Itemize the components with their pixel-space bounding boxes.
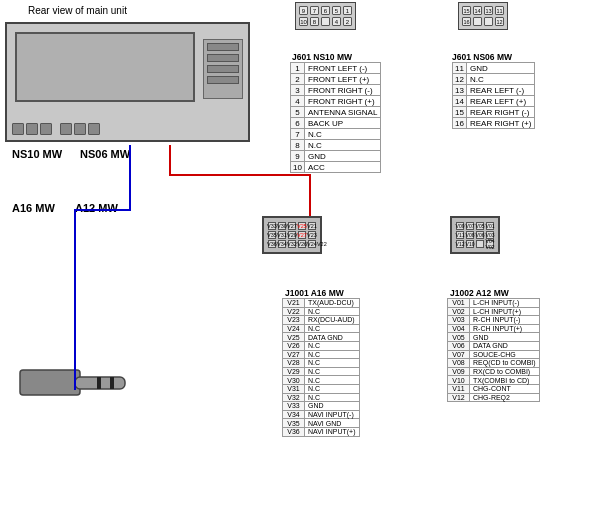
table-row: V25DATA GND	[283, 333, 360, 342]
table-row: V31N.C	[283, 384, 360, 393]
table-row: V28N.C	[283, 359, 360, 368]
ns10-connector-group	[12, 123, 52, 135]
table-row: V23RX(DCU-AUD)	[283, 316, 360, 325]
page-title: Rear view of main unit	[28, 5, 127, 16]
table-row: 14REAR LEFT (+)	[453, 96, 535, 107]
j1002-connector-body: V09 V07 V05 V01 V11 V08 V06 V03 V12 V10 …	[450, 216, 500, 254]
table-row: V30N.C	[283, 376, 360, 385]
bottom-pin	[60, 123, 72, 135]
ns06-connector-group	[60, 123, 100, 135]
table-row: V33GND	[283, 402, 360, 411]
table-row: V27N.C	[283, 350, 360, 359]
table-row: V26N.C	[283, 341, 360, 350]
table-row: 4FRONT RIGHT (+)	[291, 96, 381, 107]
bottom-pin	[74, 123, 86, 135]
j1001-table: V21TX(AUD-DCU)V22N.CV23RX(DCU-AUD)V24N.C…	[282, 298, 360, 437]
table-row: 12N.C	[453, 74, 535, 85]
j1002-title: J1002 A12 MW	[450, 288, 509, 298]
bottom-pin	[12, 123, 24, 135]
j601-ns10-connector-graphic: 9 7 6 5 1 10 8 4 2	[295, 2, 356, 30]
table-row: V22N.C	[283, 307, 360, 316]
table-row: V08REQ(CD to COMBI)	[448, 359, 540, 368]
a12-label: A12 MW	[75, 202, 118, 214]
ns10-label: NS10 MW	[12, 148, 62, 160]
table-row: V36NAVI INPUT(+)	[283, 427, 360, 436]
table-row: V29N.C	[283, 367, 360, 376]
conn-pin	[207, 65, 239, 73]
table-row: 8N.C	[291, 140, 381, 151]
conn-pin	[207, 76, 239, 84]
table-row: 3FRONT RIGHT (-)	[291, 85, 381, 96]
table-row: 7N.C	[291, 129, 381, 140]
table-row: 1FRONT LEFT (-)	[291, 63, 381, 74]
j601-ns10-table: 1FRONT LEFT (-)2FRONT LEFT (+)3FRONT RIG…	[290, 62, 381, 173]
audio-jack	[15, 355, 135, 412]
j601-ns10-title: J601 NS10 MW	[292, 52, 352, 62]
j1001-connector-body: V33 V30 V27 V25 V21 V35 V31 V29 V27 V23 …	[262, 216, 322, 254]
table-row: V35NAVI GND	[283, 419, 360, 428]
main-unit-right-connector	[203, 39, 243, 99]
table-row: 11GND	[453, 63, 535, 74]
conn-pin	[207, 43, 239, 51]
j601-ns06-title: J601 NS06 MW	[452, 52, 512, 62]
j601-ns06-connector-graphic: 15 14 13 11 16 12	[458, 2, 508, 30]
table-row: 16REAR RIGHT (+)	[453, 118, 535, 129]
table-row: V01L-CH INPUT(-)	[448, 299, 540, 308]
table-row: 15REAR RIGHT (-)	[453, 107, 535, 118]
table-row: V32N.C	[283, 393, 360, 402]
bottom-pin	[88, 123, 100, 135]
a16-label: A16 MW	[12, 202, 55, 214]
table-row: V07SOUCE-CHG	[448, 350, 540, 359]
table-row: V10TX(COMBI to CD)	[448, 376, 540, 385]
bottom-pin	[26, 123, 38, 135]
bottom-pin	[40, 123, 52, 135]
table-row: V06DATA GND	[448, 341, 540, 350]
table-row: V34NAVI INPUT(-)	[283, 410, 360, 419]
j601-ns06-table: 11GND12N.C13REAR LEFT (-)14REAR LEFT (+)…	[452, 62, 535, 129]
table-row: V24N.C	[283, 324, 360, 333]
conn-pin	[207, 54, 239, 62]
ns06-label: NS06 MW	[80, 148, 130, 160]
table-row: 5ANTENNA SIGNAL	[291, 107, 381, 118]
table-row: V12CHG-REQ2	[448, 393, 540, 402]
j1002-table: V01L-CH INPUT(-)V02L-CH INPUT(+)V03R-CH …	[447, 298, 540, 402]
table-row: V11CHG-CONT	[448, 384, 540, 393]
table-row: 10ACC	[291, 162, 381, 173]
table-row: V05GND	[448, 333, 540, 342]
table-row: 13REAR LEFT (-)	[453, 85, 535, 96]
table-row: 2FRONT LEFT (+)	[291, 74, 381, 85]
table-row: V02L-CH INPUT(+)	[448, 307, 540, 316]
svg-rect-0	[20, 370, 80, 395]
table-row: V21TX(AUD-DCU)	[283, 299, 360, 308]
table-row: V04R-CH INPUT(+)	[448, 324, 540, 333]
svg-rect-2	[97, 377, 101, 389]
main-unit-box	[5, 22, 250, 142]
main-container: Rear view of main unit NS10 MW NS06 MW	[0, 0, 600, 505]
table-row: V09RX(CD to COMBI)	[448, 367, 540, 376]
main-unit-bottom-connectors	[12, 123, 243, 135]
main-unit-screen	[15, 32, 195, 102]
table-row: 9GND	[291, 151, 381, 162]
j1001-title: J1001 A16 MW	[285, 288, 344, 298]
table-row: V03R-CH INPUT(-)	[448, 316, 540, 325]
svg-rect-3	[110, 377, 114, 389]
table-row: 6BACK UP	[291, 118, 381, 129]
